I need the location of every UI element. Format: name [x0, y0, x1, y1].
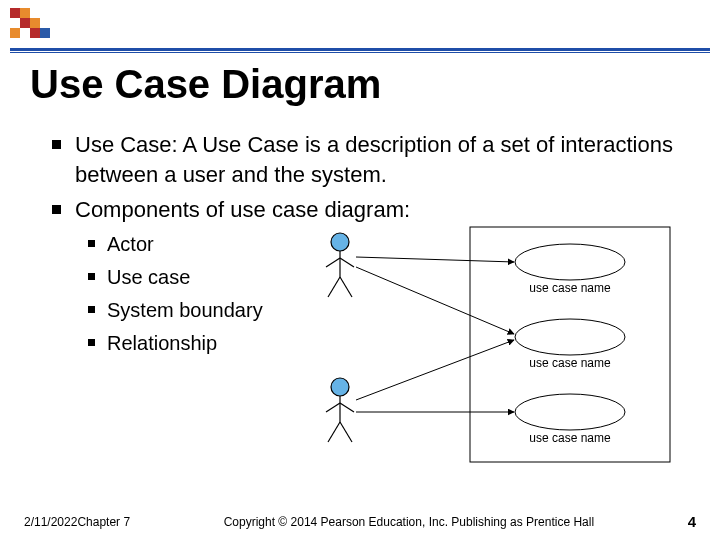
svg-rect-1	[20, 8, 30, 18]
sub-bullet-1-text: Actor	[107, 231, 154, 258]
svg-line-14	[328, 277, 340, 297]
svg-line-13	[340, 258, 354, 267]
use-case-2: use case name	[515, 319, 625, 370]
bullet-icon	[88, 273, 95, 280]
svg-line-19	[340, 403, 354, 412]
footer-copyright: Copyright © 2014 Pearson Education, Inc.…	[130, 515, 688, 529]
svg-rect-6	[40, 28, 50, 38]
svg-point-7	[515, 244, 625, 280]
svg-rect-3	[30, 18, 40, 28]
bullet-2: Components of use case diagram:	[52, 195, 690, 225]
svg-rect-5	[30, 28, 40, 38]
bullet-1: Use Case: A Use Case is a description of…	[52, 130, 690, 189]
use-case-3-label: use case name	[529, 431, 611, 445]
sub-bullet-3-text: System boundary	[107, 297, 263, 324]
use-case-1-label: use case name	[529, 281, 611, 295]
footer-date-chapter: 2/11/2022Chapter 7	[24, 515, 130, 529]
sub-bullet-4-text: Relationship	[107, 330, 217, 357]
bullet-icon	[88, 339, 95, 346]
svg-point-9	[515, 394, 625, 430]
bullet-1-text: Use Case: A Use Case is a description of…	[75, 130, 690, 189]
use-case-diagram: use case name use case name use case nam…	[290, 222, 680, 472]
slide-footer: 2/11/2022Chapter 7 Copyright © 2014 Pear…	[0, 513, 720, 530]
svg-line-12	[326, 258, 340, 267]
bullet-icon	[88, 306, 95, 313]
svg-line-18	[326, 403, 340, 412]
svg-line-15	[340, 277, 352, 297]
svg-rect-0	[10, 8, 20, 18]
sub-bullet-2-text: Use case	[107, 264, 190, 291]
slide-title: Use Case Diagram	[30, 62, 381, 107]
svg-point-8	[515, 319, 625, 355]
svg-line-20	[328, 422, 340, 442]
svg-rect-2	[20, 18, 30, 28]
actor-2-icon	[326, 378, 354, 442]
relationship-a1-uc2	[356, 267, 514, 334]
use-case-1: use case name	[515, 244, 625, 295]
bullet-icon	[52, 205, 61, 214]
use-case-3: use case name	[515, 394, 625, 445]
relationship-a2-uc2	[356, 340, 514, 400]
title-rule-thin	[10, 52, 710, 53]
svg-point-16	[331, 378, 349, 396]
title-rule-thick	[10, 48, 710, 51]
footer-page-number: 4	[688, 513, 696, 530]
bullet-icon	[52, 140, 61, 149]
actor-1-icon	[326, 233, 354, 297]
relationship-a1-uc1	[356, 257, 514, 262]
svg-point-10	[331, 233, 349, 251]
svg-rect-4	[10, 28, 20, 38]
system-boundary	[470, 227, 670, 462]
bullet-2-text: Components of use case diagram:	[75, 195, 410, 225]
svg-line-21	[340, 422, 352, 442]
bullet-icon	[88, 240, 95, 247]
use-case-2-label: use case name	[529, 356, 611, 370]
